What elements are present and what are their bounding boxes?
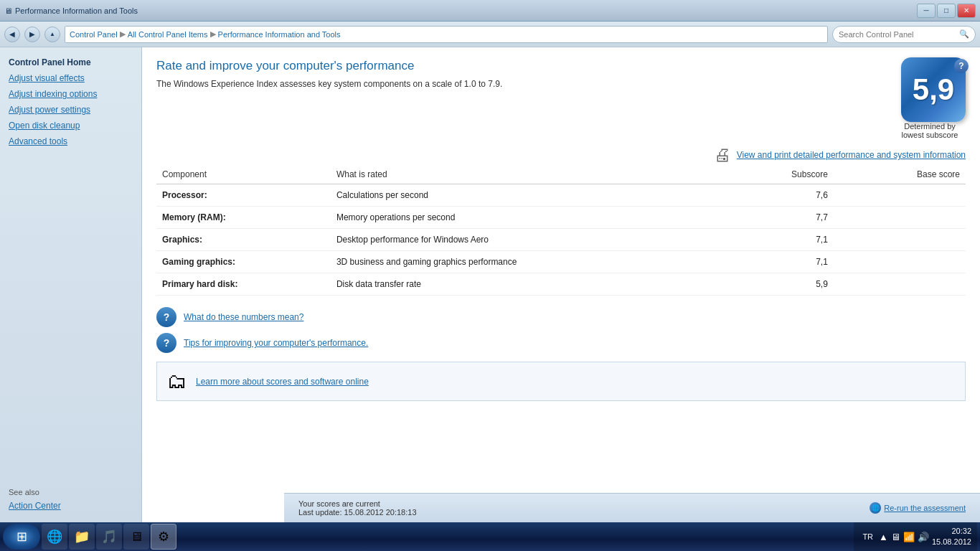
path-level1[interactable]: All Control Panel Items [128,30,208,39]
sidebar-item-power[interactable]: Adjust power settings [0,102,141,118]
minimize-button[interactable]: ─ [917,4,936,18]
performance-table: Component What is rated Subscore Base sc… [156,165,966,296]
taskbar: ⊞ 🌐 📁 🎵 🖥 ⚙ TR ▲ 🖥 📶 🔊 20:32 15.08.2012 [0,522,980,551]
rerun-link[interactable]: 🌐 Re-run the assessment [870,502,966,514]
cell-component: Memory (RAM): [156,207,331,229]
tray-volume-icon: 🔊 [918,532,929,542]
cell-subscore: 7,7 [715,207,857,229]
clock-date: 15.08.2012 [932,537,971,547]
table-row: Primary hard disk: Disk data transfer ra… [156,273,966,296]
title-bar-controls: ─ □ ✕ [917,4,976,18]
cell-subscore: 7,1 [715,251,857,273]
title-bar: 🖥 Performance Information and Tools ─ □ … [0,0,980,22]
cell-what: Memory operations per second [331,207,715,229]
col-base-score: Base score [857,165,966,184]
help-icon[interactable]: ? [954,59,969,73]
cell-subscore: 5,9 [715,273,857,296]
col-subscore: Subscore [715,165,857,184]
clock: 20:32 15.08.2012 [932,526,971,548]
printer-icon: 🖨 [714,145,731,165]
table-row: Memory (RAM): Memory operations per seco… [156,207,966,229]
status-bar: Your scores are current Last update: 15.… [284,493,980,522]
back-button[interactable]: ◀ [4,27,20,42]
cell-base-score [857,273,966,296]
learn-more-box: 🗂 Learn more about scores and software o… [156,362,966,401]
taskbar-media-icon[interactable]: 🎵 [96,524,122,550]
cell-what: Disk data transfer rate [331,273,715,296]
sidebar-action-center[interactable]: Action Center [9,499,133,512]
title-bar-title: 🖥 Performance Information and Tools [4,6,138,15]
content-area: ? Rate and improve your computer's perfo… [142,47,980,522]
question-icon-1: ? [156,307,176,327]
taskbar-monitor-icon[interactable]: 🖥 [123,524,149,550]
sidebar-see-also: See also Action Center [0,481,141,515]
path-root[interactable]: Control Panel [70,30,118,39]
cell-what: Desktop performance for Windows Aero [331,229,715,251]
learn-more-icon: 🗂 [167,369,187,393]
cell-base-score [857,251,966,273]
tray-network-icon: ▲ [879,532,888,542]
link-item-numbers: ? What do these numbers mean? [156,307,966,327]
system-tray: TR ▲ 🖥 📶 🔊 20:32 15.08.2012 [854,522,977,551]
taskbar-folder-icon[interactable]: 📁 [69,524,95,550]
page-title: Rate and improve your computer's perform… [156,59,966,73]
table-row: Processor: Calculations per second 7,6 [156,184,966,207]
address-path[interactable]: Control Panel ▶ All Control Panel Items … [65,26,828,43]
sidebar-section-main: Control Panel Home Adjust visual effects… [0,55,141,149]
cell-subscore: 7,6 [715,184,857,207]
tray-network-status-icon: 📶 [903,532,915,542]
cell-base-score [857,184,966,207]
window-icon: 🖥 [4,6,12,15]
cell-component: Graphics: [156,229,331,251]
status-text: Your scores are current Last update: 15.… [298,499,417,517]
maximize-button[interactable]: □ [937,4,956,18]
search-box[interactable]: 🔍 [832,26,976,43]
learn-more-link[interactable]: Learn more about scores and software onl… [196,377,369,387]
question-icon-2: ? [156,333,176,353]
search-input[interactable] [839,30,959,39]
address-bar: ◀ ▶ ▲ Control Panel ▶ All Control Panel … [0,22,980,47]
forward-button[interactable]: ▶ [24,27,40,42]
sidebar-item-visual-effects[interactable]: Adjust visual effects [0,70,141,86]
cell-base-score [857,207,966,229]
cell-component: Processor: [156,184,331,207]
cell-base-score [857,229,966,251]
col-what-rated: What is rated [331,165,715,184]
table-row: Graphics: Desktop performance for Window… [156,229,966,251]
score-determined-label: Determined by lowest subscore [894,122,966,139]
status-line1: Your scores are current [298,499,417,508]
cell-what: Calculations per second [331,184,715,207]
cell-subscore: 7,1 [715,229,857,251]
search-icon: 🔍 [959,29,969,39]
view-print-area: 🖨 View and print detailed performance an… [714,145,966,165]
up-button[interactable]: ▲ [44,27,60,42]
start-button[interactable]: ⊞ [3,524,40,550]
start-orb: ⊞ [17,529,27,545]
path-level2[interactable]: Performance Information and Tools [218,30,341,39]
taskbar-control-panel-icon[interactable]: ⚙ [151,524,176,550]
sidebar-item-advanced-tools[interactable]: Advanced tools [0,133,141,149]
col-component: Component [156,165,331,184]
link-tips[interactable]: Tips for improving your computer's perfo… [184,338,368,348]
cell-component: Primary hard disk: [156,273,331,296]
sidebar: Control Panel Home Adjust visual effects… [0,47,142,522]
close-button[interactable]: ✕ [957,4,976,18]
link-numbers[interactable]: What do these numbers mean? [184,312,303,322]
sidebar-item-disk-cleanup[interactable]: Open disk cleanup [0,118,141,133]
score-area: 5,9 Determined by lowest subscore [894,100,966,139]
main-layout: Control Panel Home Adjust visual effects… [0,47,980,522]
tray-display-icon: 🖥 [891,532,900,542]
cell-component: Gaming graphics: [156,251,331,273]
see-also-label: See also [9,488,133,496]
sidebar-home[interactable]: Control Panel Home [0,55,141,70]
taskbar-ie-icon[interactable]: 🌐 [42,524,67,550]
rerun-globe-icon: 🌐 [870,502,881,514]
view-print-link[interactable]: View and print detailed performance and … [737,150,966,160]
table-row: Gaming graphics: 3D business and gaming … [156,251,966,273]
clock-time: 20:32 [932,526,971,537]
sidebar-item-indexing[interactable]: Adjust indexing options [0,86,141,102]
link-item-tips: ? Tips for improving your computer's per… [156,333,966,353]
links-section: ? What do these numbers mean? ? Tips for… [156,307,966,353]
page-description: The Windows Experience Index assesses ke… [156,79,966,89]
lang-indicator: TR [859,532,876,541]
